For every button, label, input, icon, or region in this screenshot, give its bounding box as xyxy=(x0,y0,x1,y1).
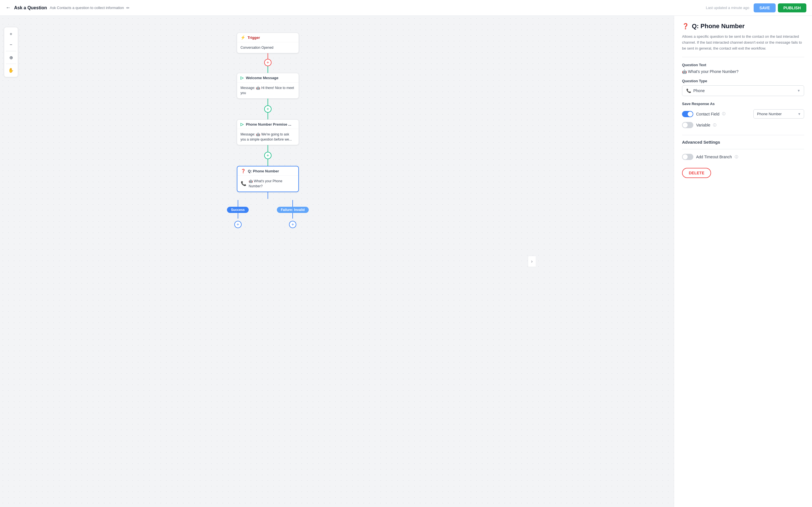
premise-node-wrapper: ▷ Phone Number Premise ... Message: 🤖 We… xyxy=(237,119,299,166)
failure-line-2 xyxy=(292,213,293,219)
qphone-body-text: 🤖 What's your Phone Number? xyxy=(249,179,295,189)
panel-toggle-button[interactable]: › xyxy=(528,256,536,267)
variable-toggle[interactable] xyxy=(682,122,693,128)
trigger-body-text: Conversation Opened xyxy=(241,46,273,50)
add-success-button[interactable]: + xyxy=(234,221,242,228)
toolbar-divider-2 xyxy=(6,64,16,64)
connector-2 xyxy=(267,99,268,105)
last-updated: Last updated a minute ago xyxy=(706,6,749,10)
trigger-body: Conversation Opened xyxy=(237,42,299,53)
contact-field-toggle[interactable] xyxy=(682,111,693,117)
premise-node[interactable]: ▷ Phone Number Premise ... Message: 🤖 We… xyxy=(237,119,299,145)
question-text-value: 🤖 What's your Phone Number? xyxy=(682,69,804,74)
trigger-icon: ⚡ xyxy=(241,35,245,40)
back-button[interactable]: ← xyxy=(6,5,11,11)
success-line-2 xyxy=(238,213,238,219)
failure-line xyxy=(292,200,293,207)
question-type-label: Question Type xyxy=(682,79,804,83)
phone-body-icon: 📞 xyxy=(241,180,246,187)
qphone-icon: ❓ xyxy=(241,169,246,173)
variable-row: Variable ⓘ xyxy=(682,122,804,128)
question-text-label: Question Text xyxy=(682,63,804,67)
edit-icon[interactable]: ✏ xyxy=(126,6,130,10)
trigger-node[interactable]: ⚡ Trigger Conversation Opened xyxy=(237,33,299,53)
qphone-node-wrapper: ❓ Q: Phone Number 📞 🤖 What's your Phone … xyxy=(227,166,308,228)
timeout-label: Add Timeout Branch xyxy=(696,155,732,159)
zoom-out-button[interactable]: − xyxy=(6,40,16,50)
toolbar-divider xyxy=(6,51,16,51)
publish-button[interactable]: PUBLISH xyxy=(778,3,806,12)
pan-button[interactable]: ✋ xyxy=(6,65,16,75)
branch-row: Success + Failure: Invalid + xyxy=(227,200,308,228)
advanced-divider-2 xyxy=(682,149,804,149)
welcome-body: Message: 🤖 Hi there! Nice to meet you xyxy=(237,82,299,98)
add-failure-button[interactable]: + xyxy=(289,221,296,228)
variable-help-icon[interactable]: ⓘ xyxy=(713,123,716,128)
contact-field-row: Contact Field ⓘ Phone Number ▼ xyxy=(682,109,804,119)
timeout-help-icon[interactable]: ⓘ xyxy=(735,155,738,159)
branch-connector xyxy=(267,192,268,199)
question-type-select[interactable]: 📞 Phone ▼ xyxy=(682,86,804,96)
add-after-trigger-button[interactable]: + xyxy=(264,59,271,66)
welcome-node-header: ▷ Welcome Message xyxy=(237,73,299,82)
delete-button[interactable]: DELETE xyxy=(682,168,711,178)
welcome-icon: ▷ xyxy=(241,75,244,80)
failure-badge: Failure: Invalid xyxy=(277,207,309,213)
page-title: Ask a Question xyxy=(14,5,47,10)
connector-3 xyxy=(267,113,268,119)
page-subtitle: Ask Contacts a question to collect infor… xyxy=(50,6,124,10)
phone-select-icon: 📞 xyxy=(686,89,691,93)
contact-field-dropdown[interactable]: Phone Number ▼ xyxy=(753,109,804,119)
failure-branch: Failure: Invalid + xyxy=(277,200,309,228)
timeout-row: Add Timeout Branch ⓘ xyxy=(682,154,804,160)
premise-body-text: Message: 🤖 We're going to ask you a simp… xyxy=(241,132,292,142)
success-badge: Success xyxy=(227,207,249,213)
contact-field-label: Contact Field xyxy=(696,112,719,116)
qphone-label: Q: Phone Number xyxy=(248,169,279,173)
connector-4 xyxy=(267,145,268,152)
right-panel: ❓ Q: Phone Number Allows a specific ques… xyxy=(674,16,812,507)
variable-label: Variable xyxy=(696,123,710,127)
panel-title: ❓ Q: Phone Number xyxy=(682,22,804,30)
trigger-label: Trigger xyxy=(248,36,260,40)
premise-icon: ▷ xyxy=(241,122,244,126)
main-area: + − ⊕ ✋ › ⚡ Trigger Conver xyxy=(0,16,812,507)
fit-view-button[interactable]: ⊕ xyxy=(6,52,16,62)
premise-body: Message: 🤖 We're going to ask you a simp… xyxy=(237,129,299,145)
flow-container: ⚡ Trigger Conversation Opened + ▷ Welcom… xyxy=(0,16,536,507)
connector-1 xyxy=(267,66,268,73)
premise-node-header: ▷ Phone Number Premise ... xyxy=(237,120,299,129)
variable-knob xyxy=(682,122,688,128)
add-after-welcome-button[interactable]: + xyxy=(264,105,271,113)
qphone-node-header: ❓ Q: Phone Number xyxy=(238,166,298,176)
add-after-premise-button[interactable]: + xyxy=(264,152,271,159)
trigger-node-header: ⚡ Trigger xyxy=(237,33,299,42)
trigger-node-wrapper: ⚡ Trigger Conversation Opened + xyxy=(237,33,299,73)
panel-title-text: Q: Phone Number xyxy=(692,22,745,30)
premise-label: Phone Number Premise ... xyxy=(246,122,291,126)
success-branch: Success + xyxy=(227,200,249,228)
branch-line-top xyxy=(267,192,268,199)
contact-field-dropdown-value: Phone Number xyxy=(757,112,781,116)
welcome-label: Welcome Message xyxy=(246,76,278,80)
save-button[interactable]: SAVE xyxy=(754,3,775,12)
save-response-label: Save Response As xyxy=(682,102,804,106)
question-type-value: Phone xyxy=(693,89,705,93)
advanced-settings-title: Advanced Settings xyxy=(682,140,804,145)
contact-field-dropdown-chevron: ▼ xyxy=(798,112,801,116)
contact-field-help-icon[interactable]: ⓘ xyxy=(722,112,725,116)
connector-5 xyxy=(267,159,268,166)
question-type-chevron: ▼ xyxy=(797,89,801,93)
timeout-toggle[interactable] xyxy=(682,154,693,160)
panel-title-icon: ❓ xyxy=(682,23,689,30)
qphone-body: 📞 🤖 What's your Phone Number? xyxy=(238,176,298,191)
qphone-node[interactable]: ❓ Q: Phone Number 📞 🤖 What's your Phone … xyxy=(237,166,299,192)
panel-divider-1 xyxy=(682,57,804,57)
welcome-body-text: Message: 🤖 Hi there! Nice to meet you xyxy=(241,86,294,95)
success-line xyxy=(238,200,238,207)
canvas-toolbar: + − ⊕ ✋ xyxy=(4,27,18,77)
advanced-divider xyxy=(682,135,804,135)
welcome-node[interactable]: ▷ Welcome Message Message: 🤖 Hi there! N… xyxy=(237,73,299,99)
trigger-line xyxy=(267,53,268,59)
zoom-in-button[interactable]: + xyxy=(6,29,16,39)
